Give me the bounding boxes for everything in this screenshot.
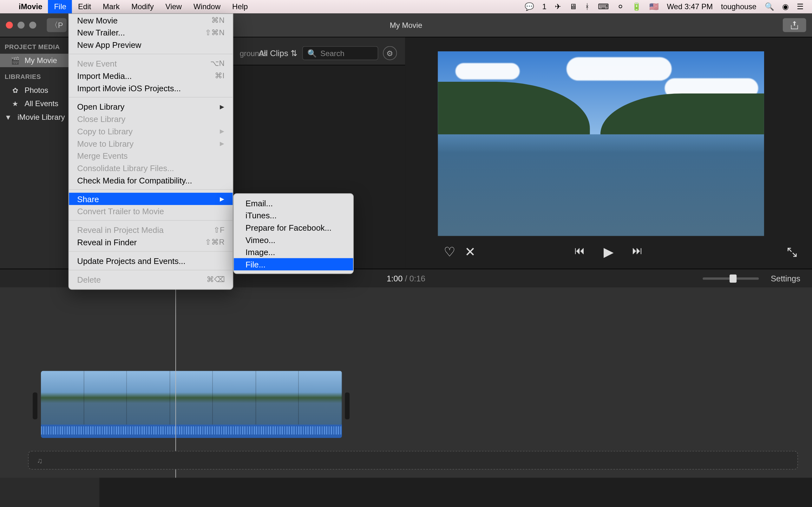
menu-item: Move to Library▶ [69, 137, 233, 150]
disclosure-triangle-icon[interactable]: ▼ [3, 113, 13, 121]
sidebar-item-label: iMovie Library [17, 113, 65, 122]
updown-icon: ⇅ [291, 49, 298, 58]
clip-audio[interactable] [41, 425, 342, 438]
prev-edit-button[interactable]: ⏮ [574, 245, 585, 260]
time-sep: / [405, 274, 407, 283]
app-name[interactable]: iMovie [13, 2, 48, 11]
menu-item-label: Share [77, 194, 99, 204]
wechat-icon[interactable]: 💬 [525, 2, 534, 11]
menu-view[interactable]: View [159, 0, 188, 13]
send-icon[interactable]: ✈︎ [555, 2, 561, 11]
background-music-well[interactable]: ♫ [28, 451, 798, 469]
mac-menubar: iMovie File Edit Mark Modify View Window… [0, 0, 812, 13]
timeline-settings[interactable]: Settings [771, 274, 800, 283]
window-zoom[interactable] [29, 21, 36, 29]
menu-item: Merge Events [69, 150, 233, 162]
menu-edit[interactable]: Edit [72, 0, 97, 13]
timeline-zoom-slider[interactable] [703, 277, 759, 279]
menu-item[interactable]: Import iMovie iOS Projects... [69, 82, 233, 94]
submenu-arrow-icon: ▶ [220, 128, 224, 134]
submenu-item[interactable]: Image... [234, 246, 353, 258]
display-icon[interactable]: 🖥 [569, 2, 577, 11]
sidebar-item-label: Photos [24, 86, 48, 95]
browser-settings-button[interactable]: ⚙ [383, 46, 397, 60]
music-note-icon: ♫ [37, 456, 43, 465]
slider-thumb[interactable] [730, 274, 737, 282]
clip-trim-handle-left[interactable] [33, 393, 38, 419]
user-name[interactable]: toughouse [721, 2, 757, 11]
menu-help[interactable]: Help [226, 0, 254, 13]
menu-item[interactable]: Share▶ [69, 193, 233, 205]
menu-modify[interactable]: Modify [125, 0, 159, 13]
menu-item[interactable]: Check Media for Compatibility... [69, 174, 233, 186]
battery-icon[interactable]: 🔋 [632, 2, 641, 11]
menu-item[interactable]: New App Preview [69, 39, 233, 51]
clip-trim-handle-right[interactable] [345, 393, 350, 419]
menu-item-label: Reveal in Project Media [77, 225, 164, 234]
menu-item[interactable]: New Trailer...⇧⌘N [69, 26, 233, 39]
menu-separator [69, 270, 233, 270]
bluetooth-icon[interactable]: ᚼ [585, 2, 590, 11]
menu-item[interactable]: Reveal in Finder⇧⌘R [69, 236, 233, 248]
playhead[interactable] [175, 287, 176, 478]
timeline-clip[interactable] [41, 371, 342, 438]
shortcut: ⌘I [215, 71, 224, 80]
menu-item[interactable]: Open Library▶ [69, 101, 233, 113]
next-edit-button[interactable]: ⏭ [632, 245, 643, 260]
file-menu-dropdown: New Movie⌘NNew Trailer...⇧⌘NNew App Prev… [68, 13, 234, 290]
video-preview[interactable] [438, 51, 764, 236]
wifi-icon[interactable]: ⚪︎ [617, 2, 623, 11]
shortcut: ⌘N [211, 16, 224, 25]
menu-item-label: Import Media... [77, 71, 132, 80]
shortcut: ⌥N [210, 59, 224, 68]
submenu-arrow-icon: ▶ [220, 140, 224, 147]
submenu-item[interactable]: iTunes... [234, 209, 353, 222]
menu-separator [69, 251, 233, 252]
menu-item-label: Delete [77, 275, 101, 284]
menu-item-label: New Trailer... [77, 28, 125, 37]
shortcut: ⌘⌫ [206, 275, 224, 284]
back-button[interactable]: 〈 P [47, 18, 67, 32]
siri-icon[interactable]: ◉ [782, 2, 789, 11]
clips-filter[interactable]: All Clips ⇅ [258, 49, 298, 58]
menu-file[interactable]: File [48, 0, 72, 13]
submenu-item[interactable]: File... [234, 258, 353, 271]
notification-center-icon[interactable]: ☰ [797, 2, 804, 11]
menu-item-label: Import iMovie iOS Projects... [77, 83, 181, 93]
search-icon: 🔍 [307, 49, 316, 58]
menu-separator [69, 220, 233, 221]
menu-item[interactable]: Update Projects and Events... [69, 255, 233, 267]
menu-item: Convert Trailer to Movie [69, 205, 233, 217]
menu-separator [69, 54, 233, 55]
menu-mark[interactable]: Mark [97, 0, 125, 13]
shortcut: ⇧F [213, 225, 224, 234]
clock[interactable]: Wed 3:47 PM [667, 2, 713, 11]
submenu-item[interactable]: Email... [234, 197, 353, 209]
submenu-item[interactable]: Vimeo... [234, 233, 353, 246]
search-input[interactable]: 🔍 Search [302, 46, 378, 60]
clapper-icon: 🎬 [10, 56, 20, 65]
window-close[interactable] [6, 21, 13, 29]
shortcut: ⇧⌘N [205, 28, 224, 37]
search-placeholder: Search [320, 49, 345, 58]
keyboard-icon[interactable]: ⌨︎ [598, 2, 609, 11]
share-button[interactable] [783, 18, 806, 32]
submenu-item[interactable]: Prepare for Facebook... [234, 222, 353, 234]
menu-item-label: Merge Events [77, 151, 128, 160]
window-minimize[interactable] [17, 21, 24, 29]
timeline[interactable]: ♫ [0, 287, 812, 478]
menu-separator [69, 97, 233, 98]
menu-item[interactable]: New Movie⌘N [69, 14, 233, 26]
total-time: 0:16 [409, 274, 425, 283]
wechat-badge: 1 [542, 2, 546, 11]
menu-item: Copy to Library▶ [69, 125, 233, 137]
menu-item-label: New Event [77, 59, 117, 68]
menu-item[interactable]: Import Media...⌘I [69, 69, 233, 82]
flag-icon[interactable]: 🇺🇸 [649, 2, 658, 11]
menu-item-label: Copy to Library [77, 126, 133, 135]
play-button[interactable]: ▶ [604, 245, 613, 260]
menu-window[interactable]: Window [188, 0, 226, 13]
gear-icon: ⚙ [386, 49, 393, 58]
spotlight-icon[interactable]: 🔍 [765, 2, 774, 11]
menu-item: Consolidate Library Files... [69, 162, 233, 174]
